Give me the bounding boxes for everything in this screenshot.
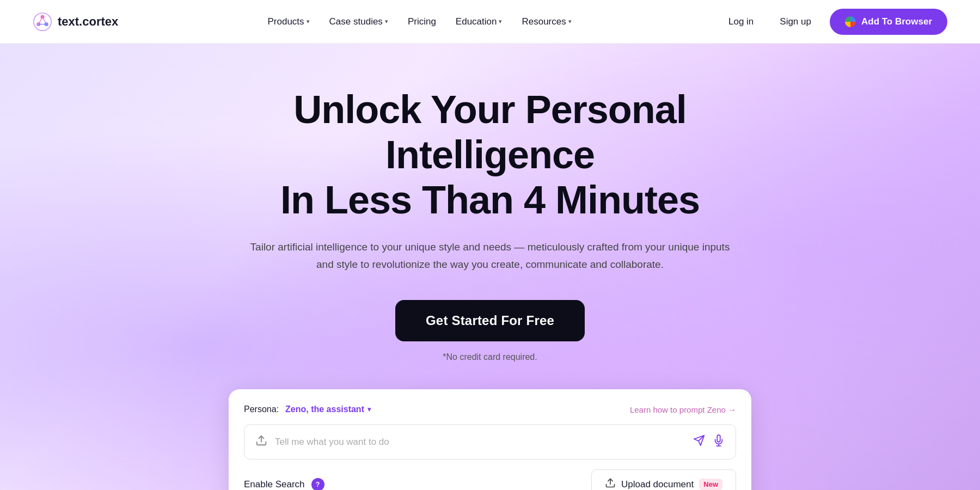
persona-label: Persona: — [244, 405, 279, 414]
login-button[interactable]: Log in — [721, 12, 761, 32]
logo-icon — [33, 12, 52, 32]
logo[interactable]: text.cortex — [33, 12, 118, 32]
nav-item-case-studies[interactable]: Case studies ▾ — [322, 12, 396, 32]
chrome-icon — [845, 16, 856, 27]
products-chevron-icon: ▾ — [307, 18, 310, 25]
add-to-browser-button[interactable]: Add To Browser — [830, 9, 947, 35]
nav-item-pricing[interactable]: Pricing — [400, 12, 444, 32]
attach-file-icon[interactable] — [255, 434, 267, 449]
persona-area: Persona: Zeno, the assistant ▾ — [244, 405, 371, 414]
chat-bottom-row: Enable Search ? Upload document New — [244, 469, 736, 490]
case-studies-chevron-icon: ▾ — [385, 18, 388, 25]
signup-button[interactable]: Sign up — [772, 12, 819, 32]
hero-subtitle: Tailor artificial intelligence to your u… — [245, 238, 735, 273]
upload-doc-icon — [605, 477, 616, 490]
send-icon[interactable] — [693, 434, 705, 449]
learn-to-prompt-link[interactable]: Learn how to prompt Zeno → — [630, 405, 736, 414]
logo-text: text.cortex — [58, 15, 118, 29]
nav-item-education[interactable]: Education ▾ — [448, 12, 510, 32]
nav-links: Products ▾ Case studies ▾ Pricing Educat… — [140, 12, 699, 32]
hero-section: Unlock Your Personal Intelligence In Les… — [0, 44, 980, 490]
nav-item-resources[interactable]: Resources ▾ — [514, 12, 579, 32]
resources-chevron-icon: ▾ — [568, 18, 572, 25]
new-badge: New — [699, 479, 722, 490]
chat-input[interactable]: Tell me what you want to do — [275, 437, 685, 448]
nav-right: Log in Sign up Add To Browser — [721, 9, 947, 35]
hero-title: Unlock Your Personal Intelligence In Les… — [245, 87, 735, 222]
hero-note: *No credit card required. — [443, 352, 537, 362]
enable-search-area: Enable Search ? — [244, 478, 324, 490]
navbar: text.cortex Products ▾ Case studies ▾ Pr… — [0, 0, 980, 44]
nav-item-products[interactable]: Products ▾ — [260, 12, 317, 32]
persona-chevron-icon: ▾ — [367, 406, 371, 413]
enable-search-label: Enable Search — [244, 479, 305, 490]
enable-search-help-icon[interactable]: ? — [311, 478, 324, 490]
persona-selector[interactable]: Zeno, the assistant ▾ — [285, 405, 371, 414]
get-started-button[interactable]: Get Started For Free — [395, 300, 585, 341]
chat-widget: Persona: Zeno, the assistant ▾ Learn how… — [229, 389, 751, 490]
svg-line-4 — [42, 17, 46, 24]
chat-input-area[interactable]: Tell me what you want to do — [244, 424, 736, 460]
persona-row: Persona: Zeno, the assistant ▾ Learn how… — [244, 405, 736, 414]
svg-line-6 — [39, 17, 42, 24]
education-chevron-icon: ▾ — [499, 18, 502, 25]
mic-icon[interactable] — [713, 434, 725, 449]
upload-document-button[interactable]: Upload document New — [591, 469, 736, 490]
